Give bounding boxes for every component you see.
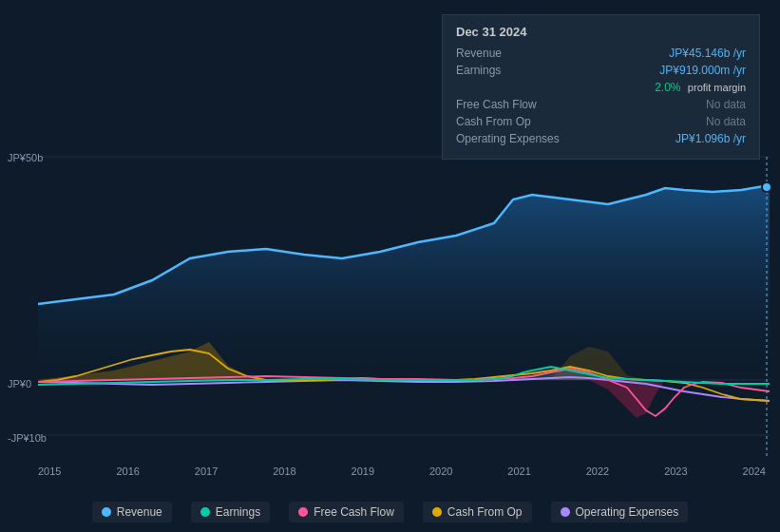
margin-label: profit margin <box>688 82 746 93</box>
legend-label-revenue: Revenue <box>117 505 162 519</box>
tooltip-value-opex: JP¥1.096b /yr <box>675 132 746 145</box>
tooltip-row-margin: 2.0% profit margin <box>456 81 746 94</box>
legend-dot-fcf <box>298 507 308 517</box>
tooltip-box: Dec 31 2024 Revenue JP¥45.146b /yr Earni… <box>442 14 760 160</box>
y-label-50b: JP¥50b <box>8 152 43 163</box>
legend-label-fcf: Free Cash Flow <box>314 505 394 519</box>
legend-item-earnings[interactable]: Earnings <box>191 502 270 522</box>
x-label-2022: 2022 <box>586 466 609 477</box>
tooltip-row-cfo: Cash From Op No data <box>456 115 746 128</box>
legend-dot-earnings <box>200 507 210 517</box>
legend-item-cfo[interactable]: Cash From Op <box>423 502 532 522</box>
legend-item-fcf[interactable]: Free Cash Flow <box>289 502 404 522</box>
tooltip-value-revenue: JP¥45.146b /yr <box>669 47 746 60</box>
legend-item-opex[interactable]: Operating Expenses <box>551 502 689 522</box>
tooltip-row-fcf: Free Cash Flow No data <box>456 98 746 111</box>
legend-item-revenue[interactable]: Revenue <box>92 502 172 522</box>
x-axis: 2015 2016 2017 2018 2019 2020 2021 2022 … <box>38 466 766 477</box>
tooltip-label-fcf: Free Cash Flow <box>456 98 580 111</box>
x-label-2018: 2018 <box>273 466 295 477</box>
tooltip-label-earnings: Earnings <box>456 64 580 77</box>
tooltip-label-opex: Operating Expenses <box>456 132 580 145</box>
legend-label-opex: Operating Expenses <box>576 505 679 519</box>
x-label-2019: 2019 <box>352 466 374 477</box>
x-label-2021: 2021 <box>507 466 530 477</box>
tooltip-value-margin: 2.0% profit margin <box>655 81 746 94</box>
legend-dot-cfo <box>432 507 442 517</box>
tooltip-label-revenue: Revenue <box>456 47 580 60</box>
tooltip-value-fcf: No data <box>706 98 746 111</box>
x-label-2017: 2017 <box>195 466 218 477</box>
legend-dot-opex <box>561 507 570 517</box>
tooltip-label-cfo: Cash From Op <box>456 115 580 128</box>
x-label-2024: 2024 <box>743 466 766 477</box>
x-label-2020: 2020 <box>429 466 452 477</box>
y-label-neg10b: -JP¥10b <box>8 432 47 444</box>
tooltip-date: Dec 31 2024 <box>456 25 746 39</box>
revenue-dot <box>762 182 771 192</box>
tooltip-row-revenue: Revenue JP¥45.146b /yr <box>456 47 746 60</box>
y-label-0: JP¥0 <box>8 378 31 390</box>
x-label-2016: 2016 <box>116 466 139 477</box>
chart-container: JP¥50b JP¥0 -JP¥10b 2015 2016 2017 2018 … <box>0 0 780 532</box>
tooltip-row-opex: Operating Expenses JP¥1.096b /yr <box>456 132 746 145</box>
chart-legend: Revenue Earnings Free Cash Flow Cash Fro… <box>0 502 780 522</box>
legend-label-earnings: Earnings <box>216 505 260 519</box>
tooltip-row-earnings: Earnings JP¥919.000m /yr <box>456 64 746 77</box>
tooltip-value-cfo: No data <box>706 115 746 128</box>
x-label-2015: 2015 <box>38 466 61 477</box>
margin-percent: 2.0% <box>655 81 680 94</box>
legend-label-cfo: Cash From Op <box>447 505 523 519</box>
legend-dot-revenue <box>102 507 111 517</box>
x-label-2023: 2023 <box>664 466 687 477</box>
tooltip-value-earnings: JP¥919.000m /yr <box>659 64 746 77</box>
